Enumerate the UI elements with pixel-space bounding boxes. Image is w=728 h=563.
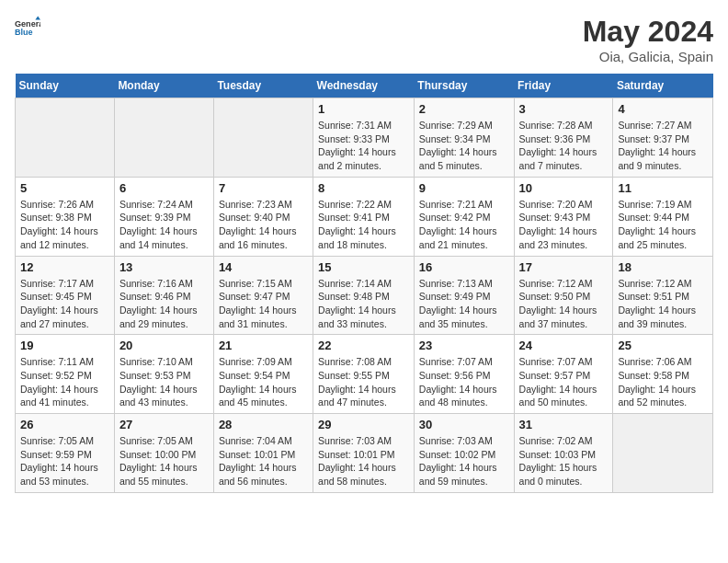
day-number: 1 <box>318 102 409 116</box>
day-info: Sunrise: 7:12 AM Sunset: 9:50 PM Dayligh… <box>519 277 609 331</box>
day-info: Sunrise: 7:23 AM Sunset: 9:40 PM Dayligh… <box>219 198 308 252</box>
day-header-friday: Friday <box>514 74 613 98</box>
calendar-table: SundayMondayTuesdayWednesdayThursdayFrid… <box>15 74 713 493</box>
calendar-cell: 5Sunrise: 7:26 AM Sunset: 9:38 PM Daylig… <box>16 177 115 256</box>
calendar-cell: 10Sunrise: 7:20 AM Sunset: 9:43 PM Dayli… <box>514 177 613 256</box>
day-info: Sunrise: 7:27 AM Sunset: 9:37 PM Dayligh… <box>618 119 708 173</box>
day-number: 31 <box>519 418 609 431</box>
calendar-cell: 15Sunrise: 7:14 AM Sunset: 9:48 PM Dayli… <box>313 256 415 335</box>
day-info: Sunrise: 7:16 AM Sunset: 9:46 PM Dayligh… <box>119 277 209 331</box>
day-number: 2 <box>419 102 509 116</box>
day-number: 17 <box>519 260 609 274</box>
logo: General Blue <box>15 15 40 40</box>
calendar-cell: 3Sunrise: 7:28 AM Sunset: 9:36 PM Daylig… <box>514 98 613 178</box>
calendar-cell: 11Sunrise: 7:19 AM Sunset: 9:44 PM Dayli… <box>613 177 713 256</box>
day-header-thursday: Thursday <box>414 74 514 98</box>
day-header-tuesday: Tuesday <box>213 74 313 98</box>
week-row-3: 12Sunrise: 7:17 AM Sunset: 9:45 PM Dayli… <box>16 256 713 335</box>
day-info: Sunrise: 7:02 AM Sunset: 10:03 PM Daylig… <box>519 434 609 488</box>
week-row-4: 19Sunrise: 7:11 AM Sunset: 9:52 PM Dayli… <box>16 335 713 414</box>
day-info: Sunrise: 7:14 AM Sunset: 9:48 PM Dayligh… <box>318 277 409 331</box>
day-header-row: SundayMondayTuesdayWednesdayThursdayFrid… <box>16 74 713 98</box>
day-number: 8 <box>318 181 409 195</box>
calendar-cell: 2Sunrise: 7:29 AM Sunset: 9:34 PM Daylig… <box>414 98 514 178</box>
day-info: Sunrise: 7:12 AM Sunset: 9:51 PM Dayligh… <box>618 277 708 331</box>
day-number: 12 <box>20 260 109 274</box>
calendar-cell: 8Sunrise: 7:22 AM Sunset: 9:41 PM Daylig… <box>313 177 415 256</box>
day-info: Sunrise: 7:15 AM Sunset: 9:47 PM Dayligh… <box>219 277 308 331</box>
day-number: 14 <box>219 260 308 274</box>
title-area: May 2024 Oia, Galicia, Spain <box>583 15 713 64</box>
week-row-1: 1Sunrise: 7:31 AM Sunset: 9:33 PM Daylig… <box>16 98 713 178</box>
day-number: 19 <box>20 339 109 352</box>
day-header-saturday: Saturday <box>613 74 713 98</box>
day-number: 30 <box>419 418 509 431</box>
calendar-cell: 22Sunrise: 7:08 AM Sunset: 9:55 PM Dayli… <box>313 335 415 414</box>
logo-icon: General Blue <box>15 15 40 40</box>
calendar-cell: 21Sunrise: 7:09 AM Sunset: 9:54 PM Dayli… <box>213 335 313 414</box>
day-info: Sunrise: 7:26 AM Sunset: 9:38 PM Dayligh… <box>20 198 109 252</box>
svg-text:General: General <box>15 19 40 29</box>
calendar-cell: 12Sunrise: 7:17 AM Sunset: 9:45 PM Dayli… <box>16 256 115 335</box>
calendar-cell: 29Sunrise: 7:03 AM Sunset: 10:01 PM Dayl… <box>313 414 415 493</box>
day-number: 22 <box>318 339 409 352</box>
day-info: Sunrise: 7:09 AM Sunset: 9:54 PM Dayligh… <box>219 355 308 409</box>
calendar-cell: 31Sunrise: 7:02 AM Sunset: 10:03 PM Dayl… <box>514 414 613 493</box>
calendar-cell: 4Sunrise: 7:27 AM Sunset: 9:37 PM Daylig… <box>613 98 713 178</box>
calendar-cell <box>114 98 213 178</box>
day-number: 15 <box>318 260 409 274</box>
day-number: 11 <box>618 181 708 195</box>
calendar-cell: 16Sunrise: 7:13 AM Sunset: 9:49 PM Dayli… <box>414 256 514 335</box>
day-number: 25 <box>618 339 708 352</box>
day-info: Sunrise: 7:17 AM Sunset: 9:45 PM Dayligh… <box>20 277 109 331</box>
day-info: Sunrise: 7:07 AM Sunset: 9:56 PM Dayligh… <box>419 355 509 409</box>
day-number: 24 <box>519 339 609 352</box>
day-info: Sunrise: 7:24 AM Sunset: 9:39 PM Dayligh… <box>119 198 209 252</box>
day-number: 9 <box>419 181 509 195</box>
day-number: 18 <box>618 260 708 274</box>
calendar-cell: 20Sunrise: 7:10 AM Sunset: 9:53 PM Dayli… <box>114 335 213 414</box>
calendar-cell: 13Sunrise: 7:16 AM Sunset: 9:46 PM Dayli… <box>114 256 213 335</box>
day-info: Sunrise: 7:19 AM Sunset: 9:44 PM Dayligh… <box>618 198 708 252</box>
calendar-cell <box>613 414 713 493</box>
svg-marker-2 <box>35 16 40 19</box>
day-info: Sunrise: 7:06 AM Sunset: 9:58 PM Dayligh… <box>618 355 708 409</box>
calendar-cell: 30Sunrise: 7:03 AM Sunset: 10:02 PM Dayl… <box>414 414 514 493</box>
day-number: 20 <box>119 339 209 352</box>
calendar-cell: 17Sunrise: 7:12 AM Sunset: 9:50 PM Dayli… <box>514 256 613 335</box>
calendar-cell: 7Sunrise: 7:23 AM Sunset: 9:40 PM Daylig… <box>213 177 313 256</box>
day-number: 4 <box>618 102 708 116</box>
day-number: 10 <box>519 181 609 195</box>
calendar-cell: 25Sunrise: 7:06 AM Sunset: 9:58 PM Dayli… <box>613 335 713 414</box>
calendar-cell: 14Sunrise: 7:15 AM Sunset: 9:47 PM Dayli… <box>213 256 313 335</box>
day-number: 28 <box>219 418 308 431</box>
day-number: 23 <box>419 339 509 352</box>
day-info: Sunrise: 7:10 AM Sunset: 9:53 PM Dayligh… <box>119 355 209 409</box>
calendar-cell <box>16 98 115 178</box>
week-row-5: 26Sunrise: 7:05 AM Sunset: 9:59 PM Dayli… <box>16 414 713 493</box>
header: General Blue May 2024 Oia, Galicia, Spai… <box>15 15 713 64</box>
day-info: Sunrise: 7:31 AM Sunset: 9:33 PM Dayligh… <box>318 119 409 173</box>
calendar-cell: 1Sunrise: 7:31 AM Sunset: 9:33 PM Daylig… <box>313 98 415 178</box>
week-row-2: 5Sunrise: 7:26 AM Sunset: 9:38 PM Daylig… <box>16 177 713 256</box>
day-number: 16 <box>419 260 509 274</box>
day-header-monday: Monday <box>114 74 213 98</box>
day-header-sunday: Sunday <box>16 74 115 98</box>
day-number: 27 <box>119 418 209 431</box>
day-number: 7 <box>219 181 308 195</box>
calendar-cell: 26Sunrise: 7:05 AM Sunset: 9:59 PM Dayli… <box>16 414 115 493</box>
day-info: Sunrise: 7:28 AM Sunset: 9:36 PM Dayligh… <box>519 119 609 173</box>
day-info: Sunrise: 7:08 AM Sunset: 9:55 PM Dayligh… <box>318 355 409 409</box>
day-info: Sunrise: 7:29 AM Sunset: 9:34 PM Dayligh… <box>419 119 509 173</box>
day-number: 21 <box>219 339 308 352</box>
calendar-cell: 24Sunrise: 7:07 AM Sunset: 9:57 PM Dayli… <box>514 335 613 414</box>
day-number: 26 <box>20 418 109 431</box>
day-info: Sunrise: 7:05 AM Sunset: 9:59 PM Dayligh… <box>20 434 109 488</box>
calendar-cell: 18Sunrise: 7:12 AM Sunset: 9:51 PM Dayli… <box>613 256 713 335</box>
calendar-cell: 9Sunrise: 7:21 AM Sunset: 9:42 PM Daylig… <box>414 177 514 256</box>
day-header-wednesday: Wednesday <box>313 74 415 98</box>
svg-text:Blue: Blue <box>15 28 33 37</box>
day-number: 13 <box>119 260 209 274</box>
calendar-cell: 28Sunrise: 7:04 AM Sunset: 10:01 PM Dayl… <box>213 414 313 493</box>
subtitle: Oia, Galicia, Spain <box>583 49 713 64</box>
